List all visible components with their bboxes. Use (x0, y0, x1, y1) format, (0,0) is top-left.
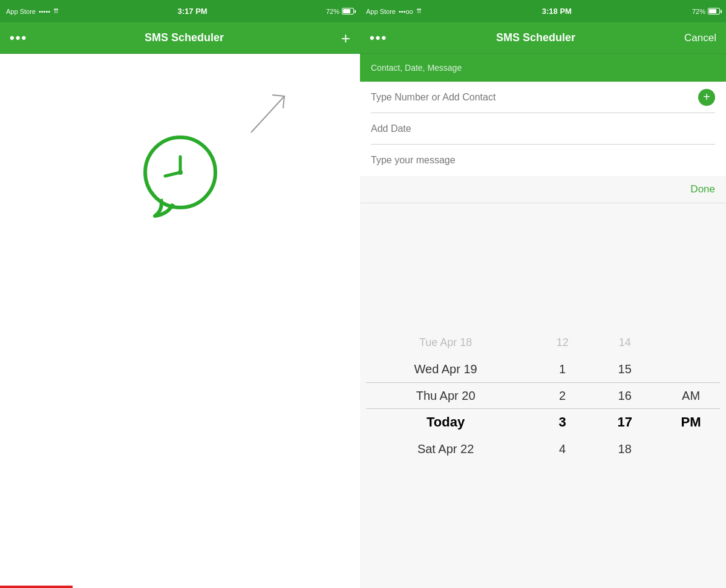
picker-minute-column: 14 15 16 17 18 (594, 329, 656, 462)
picker-hour-row-0: 12 (531, 329, 594, 356)
picker-ampm-row-1 (656, 356, 726, 382)
picker-columns: Tue Apr 18 Wed Apr 19 Thu Apr 20 Today S… (360, 329, 726, 462)
picker-hour-row-4: 4 (531, 436, 594, 462)
right-signal-dots: •••oo (399, 8, 413, 15)
left-time: 3:17 PM (178, 7, 208, 16)
left-status-left: App Store ••••• ⇈ (6, 7, 59, 15)
bottom-progress-bar (0, 586, 73, 588)
date-field-row (371, 113, 715, 145)
right-time: 3:18 PM (542, 7, 572, 16)
picker-date-row-4: Sat Apr 22 (360, 436, 531, 462)
sms-logo-icon (132, 126, 229, 223)
picker-hour-row-3: 3 (531, 409, 594, 436)
picker-hour-row-2: 2 (531, 382, 594, 409)
contact-input[interactable] (371, 92, 698, 103)
right-battery-fill (709, 9, 716, 13)
picker-ampm-column: AM PM (656, 329, 726, 462)
left-battery-icon (342, 8, 354, 15)
picker-wrapper: Tue Apr 18 Wed Apr 19 Thu Apr 20 Today S… (360, 203, 726, 588)
right-phone-screen: App Store •••oo ⇈ 3:18 PM 72% ••• SMS Sc… (360, 0, 726, 588)
left-battery-fill (343, 9, 350, 13)
done-row: Done (360, 176, 726, 203)
left-status-right: 72% (326, 8, 354, 15)
date-input[interactable] (371, 123, 715, 134)
form-section-label: Contact, Date, Message (371, 63, 462, 73)
picker-ampm-row-0 (656, 329, 726, 356)
picker-minute-row-2: 16 (594, 382, 656, 409)
left-signal-dots: ••••• (39, 8, 50, 15)
left-add-button[interactable]: + (341, 30, 350, 46)
right-carrier: App Store (366, 8, 396, 15)
contact-field-row: + (371, 82, 715, 113)
left-nav-title: SMS Scheduler (145, 31, 224, 44)
svg-line-0 (251, 96, 284, 132)
right-nav-title: SMS Scheduler (496, 31, 575, 44)
right-wifi-icon: ⇈ (416, 7, 422, 15)
arrow-annotation (239, 84, 299, 145)
message-field-row (371, 145, 715, 176)
picker-minute-row-0: 14 (594, 329, 656, 356)
right-battery-icon (708, 8, 720, 15)
right-battery-pct: 72% (692, 8, 705, 15)
picker-date-row-3: Today (360, 409, 531, 436)
picker-ampm-row-2: AM (656, 382, 726, 409)
picker-minute-row-4: 18 (594, 436, 656, 462)
message-input[interactable] (371, 155, 715, 166)
left-status-bar: App Store ••••• ⇈ 3:17 PM 72% (0, 0, 360, 22)
picker-ampm-row-3: PM (656, 409, 726, 436)
left-wifi-icon: ⇈ (53, 7, 59, 15)
add-contact-button[interactable]: + (698, 89, 715, 106)
picker-date-column: Tue Apr 18 Wed Apr 19 Thu Apr 20 Today S… (360, 329, 531, 462)
fields-section: + (360, 82, 726, 176)
left-battery-pct: 72% (326, 8, 339, 15)
left-carrier: App Store (6, 8, 36, 15)
cancel-button[interactable]: Cancel (684, 32, 716, 44)
right-nav-dots[interactable]: ••• (370, 30, 387, 46)
left-main-content (0, 54, 360, 588)
picker-hour-row-1: 1 (531, 356, 594, 382)
svg-point-4 (178, 170, 183, 175)
picker-minute-row-3: 17 (594, 409, 656, 436)
right-status-right: 72% (692, 8, 720, 15)
form-section-header: Contact, Date, Message (360, 54, 726, 82)
done-button[interactable]: Done (690, 183, 715, 195)
right-status-bar: App Store •••oo ⇈ 3:18 PM 72% (360, 0, 726, 22)
left-nav-bar: ••• SMS Scheduler + (0, 22, 360, 54)
left-nav-dots[interactable]: ••• (10, 30, 27, 46)
right-nav-bar: ••• SMS Scheduler Cancel (360, 22, 726, 54)
left-phone-screen: App Store ••••• ⇈ 3:17 PM 72% ••• SMS Sc… (0, 0, 360, 588)
picker-date-row-1: Wed Apr 19 (360, 356, 531, 382)
picker-ampm-row-4 (656, 436, 726, 462)
picker-minute-row-1: 15 (594, 356, 656, 382)
picker-hour-column: 12 1 2 3 4 (531, 329, 594, 462)
right-status-left: App Store •••oo ⇈ (366, 7, 422, 15)
picker-date-row-0: Tue Apr 18 (360, 329, 531, 356)
picker-section: Done Tue Apr 18 Wed Apr 19 Thu Apr 20 To… (360, 176, 726, 588)
picker-date-row-2: Thu Apr 20 (360, 382, 531, 409)
